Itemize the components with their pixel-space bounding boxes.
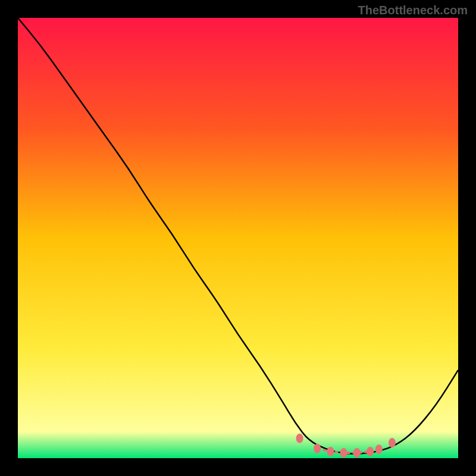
marker-point bbox=[353, 448, 361, 458]
marker-point bbox=[296, 434, 303, 443]
watermark-text: TheBottleneck.com bbox=[358, 4, 468, 17]
chart-area bbox=[18, 18, 458, 458]
marker-point bbox=[367, 447, 374, 456]
marker-point bbox=[314, 444, 321, 453]
gradient-background bbox=[18, 18, 458, 458]
marker-point bbox=[375, 444, 383, 454]
marker-point bbox=[389, 438, 396, 447]
chart-svg bbox=[18, 18, 458, 458]
marker-point bbox=[327, 447, 334, 456]
marker-point bbox=[340, 448, 347, 458]
